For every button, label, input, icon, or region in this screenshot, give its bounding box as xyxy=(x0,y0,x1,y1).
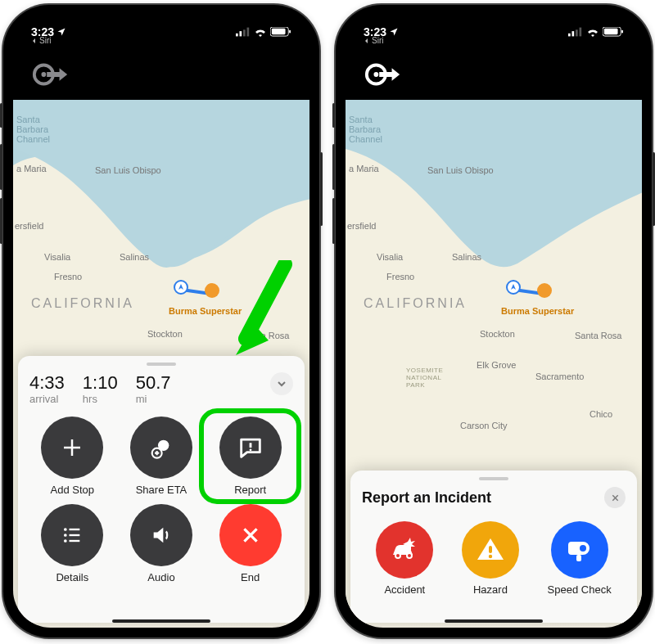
report-label: Report xyxy=(234,484,266,496)
chevron-left-icon xyxy=(364,38,370,44)
place-san-luis-obispo: San Luis Obispo xyxy=(95,165,161,175)
close-button[interactable] xyxy=(604,487,626,508)
current-location-pin[interactable] xyxy=(174,280,188,295)
accident-icon xyxy=(388,534,421,566)
duration-value: 1:10 xyxy=(83,372,118,394)
place-ersfield: ersfield xyxy=(15,221,43,231)
place-san-luis-obispo: San Luis Obispo xyxy=(427,165,494,175)
svg-rect-20 xyxy=(576,29,578,36)
close-icon xyxy=(240,525,261,546)
audio-label: Audio xyxy=(147,571,174,583)
place-elk-grove: Elk Grove xyxy=(477,360,516,370)
sheet-title: Report an Incident xyxy=(362,489,491,507)
location-icon xyxy=(56,27,66,37)
grabber[interactable] xyxy=(147,363,176,366)
svg-point-32 xyxy=(580,545,586,552)
place-visalia: Visalia xyxy=(44,252,70,262)
nav-banner xyxy=(13,49,309,100)
place-santa-barbara: Santa Barbara Channel xyxy=(16,115,50,144)
place-california: CALIFORNIA xyxy=(364,296,467,311)
siri-label: Siri xyxy=(39,36,51,45)
place-santa-rosa: Santa Rosa xyxy=(575,331,621,340)
svg-rect-3 xyxy=(247,28,250,37)
wifi-icon xyxy=(254,27,267,37)
stat-arrival: 4:33 arrival xyxy=(29,372,65,405)
share-eta-button[interactable]: Share ETA xyxy=(119,417,205,496)
place-santa-rosa: Santa Rosa xyxy=(242,331,289,340)
place-stockton: Stockton xyxy=(480,329,515,339)
grabber[interactable] xyxy=(479,477,508,480)
list-icon xyxy=(61,524,84,547)
report-button[interactable]: Report xyxy=(199,408,301,504)
battery-icon xyxy=(603,27,624,37)
place-stockton: Stockton xyxy=(147,329,183,339)
svg-point-30 xyxy=(489,555,492,558)
place-burma: Burma Superstar xyxy=(501,306,574,316)
svg-point-13 xyxy=(64,534,67,537)
arrival-value: 4:33 xyxy=(29,372,65,394)
distance-label: mi xyxy=(136,393,171,405)
speaker-icon xyxy=(150,524,173,547)
svg-rect-15 xyxy=(70,529,80,530)
report-icon xyxy=(237,434,264,462)
navigation-card: 4:33 arrival 1:10 hrs 50.7 mi A xyxy=(18,356,305,623)
incident-accident[interactable]: Accident xyxy=(376,521,433,596)
cellular-icon xyxy=(236,27,251,37)
place-amaria: a Maria xyxy=(349,164,379,173)
collapse-button[interactable] xyxy=(270,372,293,395)
incident-speed-check[interactable]: Speed Check xyxy=(548,521,612,596)
notch xyxy=(424,15,563,36)
place-carson-city: Carson City xyxy=(460,421,507,430)
accident-label: Accident xyxy=(384,583,425,596)
duration-label: hrs xyxy=(83,393,118,405)
exit-icon[interactable] xyxy=(31,58,70,91)
svg-point-27 xyxy=(395,553,400,558)
current-location-pin[interactable] xyxy=(506,280,521,295)
destination-pin[interactable] xyxy=(205,283,219,298)
stat-duration: 1:10 hrs xyxy=(83,372,118,405)
svg-point-8 xyxy=(41,72,46,77)
chevron-down-icon xyxy=(277,379,287,389)
plus-icon xyxy=(60,435,84,460)
place-santa-barbara: Santa Barbara Channel xyxy=(349,115,382,144)
place-sacramento: Sacramento xyxy=(535,372,584,381)
trip-stats: 4:33 arrival 1:10 hrs 50.7 mi xyxy=(29,372,293,405)
phone-right: 3:23 Siri xyxy=(336,5,652,637)
svg-point-26 xyxy=(373,72,378,77)
back-to-siri[interactable]: Siri xyxy=(31,36,51,45)
speed-check-label: Speed Check xyxy=(548,583,612,596)
audio-button[interactable]: Audio xyxy=(119,504,205,583)
svg-rect-19 xyxy=(572,31,575,36)
back-to-siri[interactable]: Siri xyxy=(364,36,383,45)
svg-rect-29 xyxy=(489,546,492,553)
place-visalia: Visalia xyxy=(377,252,403,262)
place-amaria: a Maria xyxy=(16,164,47,173)
svg-rect-18 xyxy=(568,34,571,37)
home-indicator[interactable] xyxy=(112,619,210,623)
destination-pin[interactable] xyxy=(537,283,552,298)
add-stop-button[interactable]: Add Stop xyxy=(29,417,115,496)
svg-rect-21 xyxy=(580,28,582,37)
svg-rect-1 xyxy=(240,31,242,36)
hazard-icon xyxy=(474,534,507,566)
details-label: Details xyxy=(56,571,88,583)
place-fresno: Fresno xyxy=(386,272,414,281)
distance-value: 50.7 xyxy=(136,372,171,394)
share-eta-icon xyxy=(148,435,174,461)
end-button[interactable]: End xyxy=(207,504,293,583)
svg-point-14 xyxy=(64,539,67,543)
incident-hazard[interactable]: Hazard xyxy=(462,521,519,596)
add-stop-label: Add Stop xyxy=(51,484,95,496)
svg-rect-16 xyxy=(70,534,80,536)
place-salinas: Salinas xyxy=(120,252,149,262)
stat-distance: 50.7 mi xyxy=(136,372,171,405)
home-indicator[interactable] xyxy=(445,619,543,623)
svg-rect-31 xyxy=(576,555,581,561)
svg-rect-17 xyxy=(70,540,80,542)
svg-rect-24 xyxy=(621,30,623,34)
svg-point-12 xyxy=(64,528,67,531)
place-burma: Burma Superstar xyxy=(169,306,242,316)
exit-icon[interactable] xyxy=(364,58,403,91)
place-fresno: Fresno xyxy=(54,272,82,281)
details-button[interactable]: Details xyxy=(29,504,115,583)
